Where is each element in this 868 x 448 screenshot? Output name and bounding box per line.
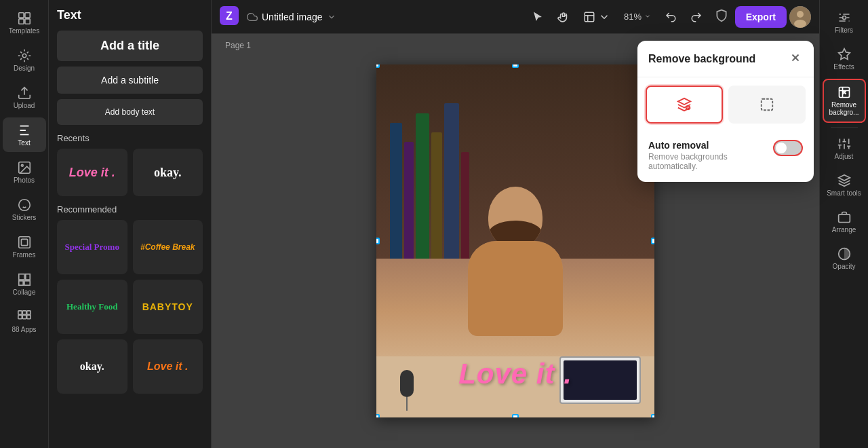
sidebar-item-stickers[interactable]: Stickers (3, 192, 46, 227)
popup-body: Auto removal Remove backgrounds automati… (637, 132, 814, 182)
cloud-icon (247, 12, 258, 22)
right-panel-smart-tools[interactable]: Smart tools (823, 168, 866, 202)
svg-rect-3 (24, 19, 29, 24)
recent-text-1: okay. (154, 166, 182, 180)
sidebar-item-frames[interactable]: Frames (3, 229, 46, 264)
rec-item-4[interactable]: okay. (57, 339, 127, 394)
svg-point-8 (18, 200, 30, 211)
svg-rect-18 (18, 315, 22, 319)
rec-item-3[interactable]: BABYTOY (133, 280, 203, 334)
export-button[interactable]: Export (735, 6, 787, 28)
right-panel-remove-bg[interactable]: Remove backgro... (823, 79, 866, 123)
shape-tab[interactable] (728, 86, 806, 124)
arrange-label: Arrange (832, 226, 856, 234)
redo-button[interactable] (685, 7, 708, 27)
rec-item-1[interactable]: #Coffee Break (133, 220, 203, 274)
sidebar-item-templates[interactable]: Templates (3, 5, 46, 40)
add-subtitle-button[interactable]: Add a subtitle (57, 67, 203, 94)
filters-label: Filters (835, 26, 853, 34)
right-panel-arrange[interactable]: Arrange (823, 205, 866, 239)
text-panel: Text Add a title Add a subtitle Add body… (49, 0, 212, 448)
svg-rect-1 (24, 13, 29, 18)
logo-icon: Z (220, 6, 239, 28)
svg-rect-9 (18, 237, 30, 248)
add-title-button[interactable]: Add a title (57, 31, 203, 61)
right-panel-adjust[interactable]: Adjust (823, 132, 866, 166)
rec-text-1: #Coffee Break (140, 242, 195, 252)
right-panel-opacity[interactable]: Opacity (823, 242, 866, 276)
hand-tool-button[interactable] (552, 7, 575, 27)
document-title: Untitled image (262, 12, 323, 22)
user-avatar[interactable] (789, 6, 811, 28)
sidebar-item-photos[interactable]: Photos (3, 155, 46, 189)
sidebar-item-upload[interactable]: Upload (3, 80, 46, 115)
mic-stand (406, 397, 408, 411)
effects-label: Effects (833, 63, 854, 71)
head (488, 187, 542, 248)
sidebar-item-label: Text (18, 139, 30, 147)
recent-text-0: Love it . (69, 166, 115, 180)
svg-rect-23 (585, 12, 594, 22)
canvas-frame[interactable]: Love it . (376, 64, 654, 417)
top-bar-tools: 81% Export (526, 5, 811, 29)
rec-item-2[interactable]: Healthy Food (57, 280, 127, 334)
mic-body (400, 370, 414, 397)
svg-rect-15 (18, 311, 22, 315)
sidebar-item-label: Stickers (12, 214, 37, 221)
add-body-button[interactable]: Add body text (57, 99, 203, 125)
cursor-tool-button[interactable] (526, 7, 549, 27)
svg-rect-2 (18, 19, 23, 24)
canvas-image[interactable]: Love it . (376, 64, 654, 417)
auto-removal-row: Auto removal Remove backgrounds automati… (648, 140, 803, 171)
zoom-level[interactable]: 81% (618, 9, 656, 24)
top-bar: Z Untitled image 81% (212, 0, 819, 34)
svg-rect-0 (18, 13, 23, 18)
popup-title: Remove background (648, 53, 755, 65)
page-label: Page 1 (225, 41, 251, 50)
sidebar-item-label: Frames (13, 251, 36, 259)
svg-rect-17 (26, 311, 30, 315)
chevron-down-icon (327, 12, 336, 22)
auto-removal-text: Auto removal Remove backgrounds automati… (648, 140, 765, 171)
auto-removal-toggle[interactable] (773, 140, 803, 156)
rec-item-0[interactable]: Special Promo (57, 220, 127, 274)
popup-close-button[interactable] (788, 50, 803, 67)
sidebar-item-design[interactable]: Design (3, 43, 46, 77)
recent-item-0[interactable]: Love it . (57, 149, 127, 196)
sidebar-item-label: Upload (14, 102, 35, 109)
rec-text-4: okay. (80, 360, 104, 373)
opacity-label: Opacity (833, 263, 856, 270)
canvas-text-overlay[interactable]: Love it . (458, 358, 572, 390)
recommended-label: Recommended (57, 204, 203, 214)
svg-rect-19 (22, 315, 26, 319)
rec-text-3: BABYTOY (142, 301, 193, 312)
sidebar-item-text[interactable]: Text (3, 117, 46, 152)
layout-tool-button[interactable] (578, 7, 616, 27)
svg-rect-10 (21, 239, 27, 245)
svg-text:Z: Z (226, 10, 233, 22)
brush-tab[interactable] (646, 86, 723, 124)
right-panel: Filters Effects Remove backgro... Adjust… (819, 0, 868, 448)
toggle-slider (773, 140, 803, 156)
recent-item-1[interactable]: okay. (133, 149, 203, 196)
shield-button[interactable] (711, 5, 732, 29)
popup-header: Remove background (637, 41, 814, 77)
recommended-grid: Special Promo #Coffee Break Healthy Food… (57, 220, 203, 394)
popup-tabs (637, 77, 814, 132)
right-panel-effects[interactable]: Effects (823, 42, 866, 76)
svg-rect-14 (24, 281, 30, 285)
panel-title: Text (57, 8, 203, 22)
person (441, 187, 590, 363)
rec-item-5[interactable]: Love it . (133, 339, 203, 394)
sidebar-item-apps[interactable]: 88 Apps (3, 304, 46, 339)
panel-divider (831, 127, 858, 128)
svg-rect-13 (18, 281, 22, 285)
sidebar-item-collage[interactable]: Collage (3, 267, 46, 301)
document-name-area[interactable]: Untitled image (247, 12, 336, 22)
svg-point-4 (22, 54, 26, 58)
svg-point-27 (797, 11, 804, 18)
right-panel-filters[interactable]: Filters (823, 5, 866, 39)
body (468, 241, 563, 336)
sidebar-item-label: Design (14, 64, 35, 72)
undo-button[interactable] (659, 7, 682, 27)
